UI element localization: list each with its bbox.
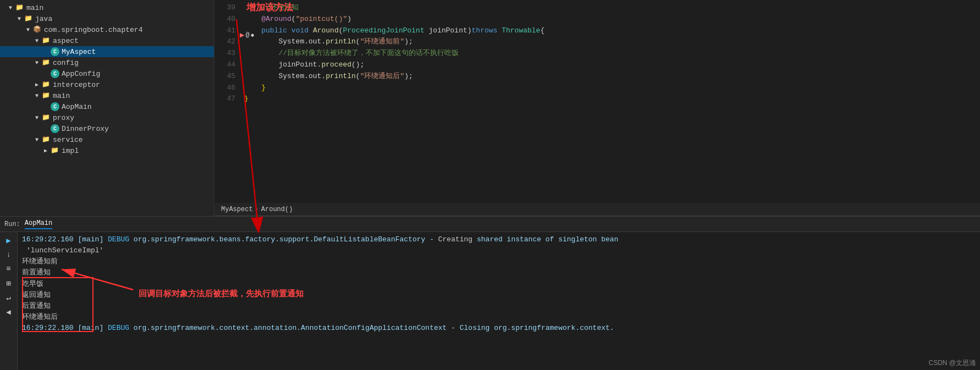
code-line-44: joinPoint.proceed(); xyxy=(244,59,976,71)
red-label-annotation: 增加该方法 xyxy=(246,1,293,14)
file-c-icon: C xyxy=(51,69,59,78)
line-numbers: 39 40 41 42 43 44 45 46 47 xyxy=(214,0,240,105)
sidebar-item-package[interactable]: ▼ 📦 com.springboot.chapter4 xyxy=(0,24,214,35)
sidebar-item-label: MyAspect xyxy=(62,48,96,56)
arrow-icon: ▶ xyxy=(44,147,51,154)
console-line-2: 'lunchServiceImpl' xyxy=(22,245,976,256)
arrow-icon: ▼ xyxy=(35,93,42,99)
folder-icon: 📁 xyxy=(42,91,51,100)
arrow-icon: ▼ xyxy=(35,137,42,143)
arrow-icon: ▼ xyxy=(35,115,42,121)
sidebar-item-proxy[interactable]: ▼ 📁 proxy xyxy=(0,112,214,123)
sidebar-item-label: AppConfig xyxy=(62,70,100,78)
folder-icon: 📁 xyxy=(42,36,51,45)
sidebar-item-interceptor[interactable]: ▶ 📁 interceptor xyxy=(0,79,214,90)
code-line-43: //目标对像方法被环绕了，不加下面这句的话不执行吃饭 xyxy=(244,48,976,59)
wrap-button[interactable]: ↵ xyxy=(3,291,15,303)
breadcrumb-bar: MyAspect › Around() xyxy=(214,203,980,216)
rerun-button[interactable]: ≡ xyxy=(3,263,15,275)
bottom-panel: Run: AopMain ▶ ↓ ≡ ⊞ ↵ ◀ 16:29:22.160 [m… xyxy=(0,216,980,370)
stop-button[interactable]: ↓ xyxy=(3,248,15,261)
sidebar-item-config[interactable]: ▼ 📁 config xyxy=(0,57,214,68)
sidebar-item-label: interceptor xyxy=(53,81,100,89)
run-gutter-icon: ▶ xyxy=(240,30,244,40)
code-line-47: } xyxy=(244,93,976,105)
folder-icon: 📁 xyxy=(42,113,51,122)
breadcrumb-file: MyAspect xyxy=(221,206,253,213)
sidebar-item-label: proxy xyxy=(53,114,74,122)
code-line-45: System.out.println("环绕通知后"); xyxy=(244,71,976,82)
scroll-button[interactable]: ◀ xyxy=(3,306,15,318)
folder-icon: 📁 xyxy=(24,14,33,23)
console-sidebar: ▶ ↓ ≡ ⊞ ↵ ◀ xyxy=(0,232,18,370)
sidebar-item-myaspect[interactable]: C MyAspect xyxy=(0,46,214,57)
sidebar-item-label: main xyxy=(53,92,70,100)
folder-icon: 📁 xyxy=(42,58,51,67)
sidebar-item-main2[interactable]: ▼ 📁 main xyxy=(0,90,214,101)
file-c-icon: C xyxy=(51,124,59,133)
sidebar-item-label: main xyxy=(26,4,43,12)
sidebar-item-label: com.springboot.chapter4 xyxy=(44,26,142,34)
line-num: 47 xyxy=(214,93,235,105)
main-area: ▼ 📁 main ▼ 📁 java ▼ 📦 com.springboot.cha… xyxy=(0,0,980,216)
breadcrumb-separator: › xyxy=(255,206,259,213)
line-num: 43 xyxy=(214,48,235,59)
code-line-39: //环绕通知 xyxy=(244,2,976,14)
line-num: 39 xyxy=(214,2,235,14)
csdn-watermark: CSDN @文思涌 xyxy=(928,358,976,368)
gutter-icons: ▶ @ ◆ xyxy=(240,30,254,40)
code-lines: //环绕通知 @Around("pointcut()") public void… xyxy=(240,0,980,105)
console-line-9: 16:29:22.180 [main] DEBUG org.springfram… xyxy=(22,323,976,334)
arrow-icon: ▼ xyxy=(9,5,15,11)
sidebar-item-label: config xyxy=(53,59,79,67)
active-run-tab[interactable]: AopMain xyxy=(25,219,52,229)
sidebar-item-label: AopMain xyxy=(62,103,92,111)
sidebar: ▼ 📁 main ▼ 📁 java ▼ 📦 com.springboot.cha… xyxy=(0,0,214,216)
folder-icon: 📁 xyxy=(42,135,51,144)
folder-icon: 📁 xyxy=(15,3,24,12)
code-line-42: System.out.println("环绕通知前"); xyxy=(244,36,976,48)
sidebar-item-java[interactable]: ▼ 📁 java xyxy=(0,13,214,24)
breadcrumb-method: Around() xyxy=(261,206,293,213)
arrow-icon: ▼ xyxy=(35,60,42,66)
folder-icon: 📦 xyxy=(33,25,42,34)
code-line-40: @Around("pointcut()") xyxy=(244,14,976,25)
sidebar-item-main[interactable]: ▼ 📁 main xyxy=(0,2,214,13)
sidebar-item-impl[interactable]: ▶ 📁 impl xyxy=(0,145,214,156)
run-tab-bar: Run: AopMain xyxy=(0,217,980,232)
code-line-46: } xyxy=(244,82,976,94)
sidebar-item-label: impl xyxy=(62,147,79,155)
console-line-3: 环绕通知前 xyxy=(22,256,976,267)
line-num: 41 xyxy=(214,25,235,37)
console-body: ▶ ↓ ≡ ⊞ ↵ ◀ 16:29:22.160 [main] DEBUG or… xyxy=(0,232,980,370)
sidebar-item-aopmain[interactable]: C AopMain xyxy=(0,101,214,112)
line-num: 45 xyxy=(214,71,235,82)
code-editor: 增加该方法 39 40 41 42 43 44 45 46 47 //环绕通知 … xyxy=(214,0,980,216)
arrow-icon: ▼ xyxy=(18,16,24,22)
arrow-icon: ▼ xyxy=(26,27,33,33)
console-line-8: 环绕通知后 xyxy=(22,312,976,323)
run-label: Run: xyxy=(4,220,20,228)
folder-icon: 📁 xyxy=(51,146,59,155)
console-output: 16:29:22.160 [main] DEBUG org.springfram… xyxy=(18,232,980,336)
console-annotation-text: 回调目标对象方法后被拦截，先执行前置通知 xyxy=(139,289,304,299)
sidebar-item-appconfig[interactable]: C AppConfig xyxy=(0,68,214,79)
sidebar-item-label: java xyxy=(35,15,52,23)
console-line-4: 前置通知 xyxy=(22,267,976,278)
at-icon: @ xyxy=(245,31,249,39)
sidebar-item-aspect[interactable]: ▼ 📁 aspect xyxy=(0,35,214,46)
console-wrapper: 16:29:22.160 [main] DEBUG org.springfram… xyxy=(18,232,980,370)
filter-button[interactable]: ⊞ xyxy=(3,277,15,289)
line-num: 46 xyxy=(214,82,235,94)
arrow-icon: ▼ xyxy=(35,38,42,44)
line-num: 44 xyxy=(214,59,235,71)
sidebar-item-label: aspect xyxy=(53,37,79,45)
play-button[interactable]: ▶ xyxy=(3,234,15,246)
file-c-icon: C xyxy=(51,47,59,56)
sidebar-item-label: service xyxy=(53,136,83,144)
console-line-1: 16:29:22.160 [main] DEBUG org.springfram… xyxy=(22,234,976,245)
code-line-41: public void Around(ProceedingJoinPoint j… xyxy=(244,25,976,37)
sidebar-item-service[interactable]: ▼ 📁 service xyxy=(0,134,214,145)
folder-icon: 📁 xyxy=(42,80,51,89)
sidebar-item-dinnerproxy[interactable]: C DinnerProxy xyxy=(0,123,214,134)
